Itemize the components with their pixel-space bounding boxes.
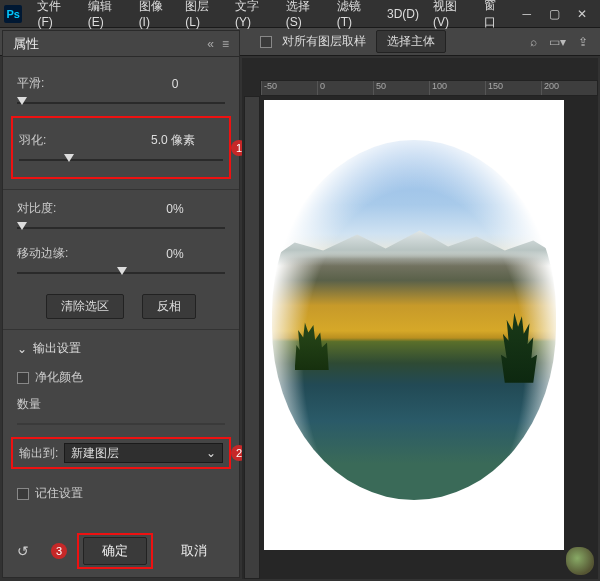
search-icon[interactable]: ⌕ bbox=[530, 35, 537, 49]
menu-filter[interactable]: 滤镜(T) bbox=[330, 0, 380, 29]
feather-highlight: 羽化: 5.0 像素 1 bbox=[11, 116, 231, 179]
properties-panel: 属性 « ≡ 平滑: 0 羽化: 5.0 像素 1 对比度: 0% 移动边缘: … bbox=[2, 30, 240, 578]
feather-label: 羽化: bbox=[19, 132, 46, 149]
smooth-slider[interactable] bbox=[17, 96, 225, 110]
annotation-badge-3: 3 bbox=[51, 543, 67, 559]
menu-select[interactable]: 选择(S) bbox=[279, 0, 330, 29]
ok-button[interactable]: 确定 bbox=[83, 537, 147, 565]
chevron-down-icon: ⌄ bbox=[206, 446, 216, 460]
invert-button[interactable]: 反相 bbox=[142, 294, 196, 319]
output-highlight: 输出到: 新建图层 ⌄ 2 bbox=[11, 437, 231, 469]
chevron-down-icon: ⌄ bbox=[17, 342, 27, 356]
select-subject-button[interactable]: 选择主体 bbox=[376, 30, 446, 53]
output-to-combo[interactable]: 新建图层 ⌄ bbox=[64, 443, 223, 463]
panel-title: 属性 bbox=[13, 35, 39, 53]
canvas-area: -50050100150200 bbox=[242, 58, 598, 579]
reset-icon[interactable]: ↺ bbox=[17, 543, 29, 559]
menu-3d[interactable]: 3D(D) bbox=[380, 7, 426, 21]
contrast-slider[interactable] bbox=[17, 221, 225, 235]
ruler-horizontal: -50050100150200 bbox=[260, 80, 598, 96]
panel-menu-icon[interactable]: ≡ bbox=[222, 37, 229, 51]
sample-all-layers-checkbox[interactable] bbox=[260, 36, 272, 48]
mountains-art bbox=[272, 226, 556, 266]
close-icon[interactable]: ✕ bbox=[568, 0, 596, 28]
smooth-label: 平滑: bbox=[17, 75, 44, 92]
menubar: Ps 文件(F) 编辑(E) 图像(I) 图层(L) 文字(Y) 选择(S) 滤… bbox=[0, 0, 600, 28]
contrast-value[interactable]: 0% bbox=[125, 202, 225, 216]
output-settings-label: 输出设置 bbox=[33, 340, 81, 357]
maximize-icon[interactable]: ▢ bbox=[541, 0, 569, 28]
panel-footer: ↺ 3 确定 取消 bbox=[3, 533, 239, 569]
canvas-viewport[interactable] bbox=[260, 96, 598, 579]
minimize-icon[interactable]: ─ bbox=[513, 0, 541, 28]
document-page bbox=[264, 100, 564, 550]
amount-slider bbox=[17, 417, 225, 431]
menu-window[interactable]: 窗口 bbox=[477, 0, 513, 31]
feathered-image bbox=[272, 140, 556, 500]
ruler-vertical bbox=[244, 96, 260, 579]
menu-view[interactable]: 视图(V) bbox=[426, 0, 477, 29]
trees-right-art bbox=[501, 313, 539, 383]
collapse-icon[interactable]: « bbox=[207, 37, 214, 51]
smooth-value[interactable]: 0 bbox=[125, 77, 225, 91]
menu-type[interactable]: 文字(Y) bbox=[228, 0, 279, 29]
menu-layer[interactable]: 图层(L) bbox=[178, 0, 228, 29]
feather-value[interactable]: 5.0 像素 bbox=[123, 132, 223, 149]
panel-header: 属性 « ≡ bbox=[3, 31, 239, 57]
trees-left-art bbox=[295, 320, 329, 370]
clear-selection-button[interactable]: 清除选区 bbox=[46, 294, 124, 319]
workspace-icon[interactable]: ▭▾ bbox=[549, 35, 566, 49]
amount-label: 数量 bbox=[17, 396, 41, 413]
remember-checkbox[interactable] bbox=[17, 488, 29, 500]
decontaminate-label: 净化颜色 bbox=[35, 369, 83, 386]
cancel-button[interactable]: 取消 bbox=[163, 538, 225, 564]
remember-label: 记住设置 bbox=[35, 485, 83, 502]
decontaminate-checkbox[interactable] bbox=[17, 372, 29, 384]
menu-edit[interactable]: 编辑(E) bbox=[81, 0, 132, 29]
menu-file[interactable]: 文件(F) bbox=[30, 0, 80, 29]
contrast-label: 对比度: bbox=[17, 200, 56, 217]
feather-slider[interactable] bbox=[19, 153, 223, 167]
app-icon: Ps bbox=[4, 5, 22, 23]
output-to-value: 新建图层 bbox=[71, 445, 119, 462]
sample-all-layers-label: 对所有图层取样 bbox=[282, 33, 366, 50]
shift-edge-slider[interactable] bbox=[17, 266, 225, 280]
output-settings-header[interactable]: ⌄ 输出设置 bbox=[17, 340, 225, 357]
shift-edge-label: 移动边缘: bbox=[17, 245, 68, 262]
ok-highlight: 确定 bbox=[77, 533, 153, 569]
share-icon[interactable]: ⇪ bbox=[578, 35, 588, 49]
corner-artifact bbox=[566, 547, 594, 575]
shift-edge-value[interactable]: 0% bbox=[125, 247, 225, 261]
menu-image[interactable]: 图像(I) bbox=[132, 0, 179, 29]
output-to-label: 输出到: bbox=[19, 445, 58, 462]
